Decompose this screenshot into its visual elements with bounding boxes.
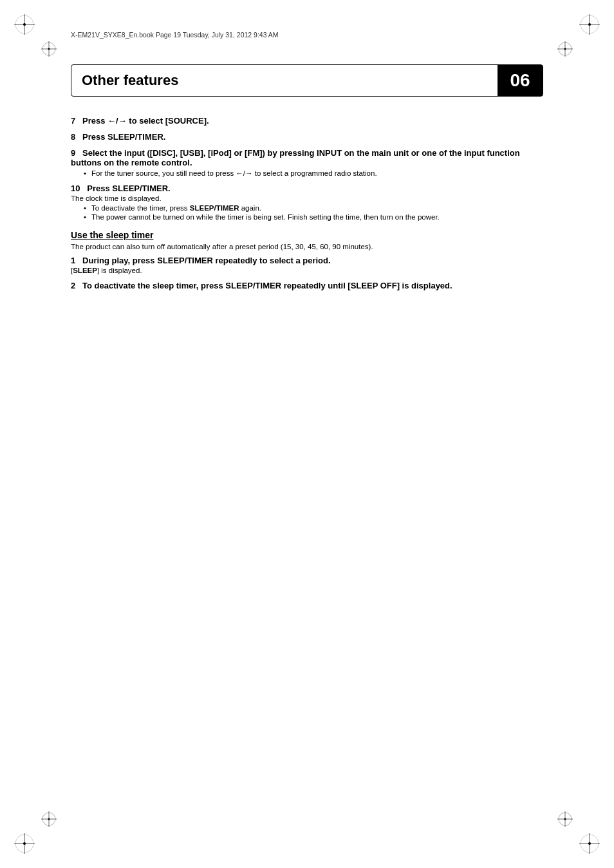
- step-10: 10 Press SLEEP/TIMER. The clock time is …: [71, 184, 543, 221]
- sleep-step-2-number: 2: [71, 281, 75, 290]
- reg-inner-mark-br: [554, 807, 577, 831]
- step-10-bullet-1: To deactivate the timer, press SLEEP/TIM…: [84, 204, 543, 212]
- file-metadata: X-EM21V_SYXE8_En.book Page 19 Tuesday, J…: [71, 31, 279, 39]
- step-8-text: Press SLEEP/TIMER.: [82, 132, 165, 142]
- reg-inner-mark-tl: [37, 37, 60, 61]
- step-10-number: 10: [71, 184, 80, 193]
- sleep-step-1-number: 1: [71, 256, 75, 265]
- step-9-number: 9: [71, 148, 75, 158]
- step-9: 9 Select the input ([DISC], [USB], [iPod…: [71, 148, 543, 177]
- step-10-bullets: To deactivate the timer, press SLEEP/TIM…: [84, 204, 543, 221]
- main-content: Other features 06 7 Press ←/→ to select …: [71, 64, 543, 816]
- step-9-bullet-1: For the tuner source, you still need to …: [84, 169, 543, 177]
- step-7-text: Press ←/→ to select [SOURCE].: [82, 116, 209, 126]
- chapter-title-text: Other features: [82, 72, 178, 89]
- sleep-step-1-text: During play, press SLEEP/TIMER repeatedl…: [82, 256, 331, 265]
- step-7-number: 7: [71, 116, 75, 126]
- chapter-header: Other features 06: [71, 64, 543, 97]
- step-9-text: Select the input ([DISC], [USB], [iPod] …: [71, 148, 520, 167]
- page: X-EM21V_SYXE8_En.book Page 19 Tuesday, J…: [0, 0, 614, 868]
- reg-inner-mark-bl: [37, 807, 60, 831]
- step-10-sub: The clock time is displayed.: [71, 194, 543, 202]
- reg-mark-bl: [13, 832, 36, 855]
- sleep-step-2: 2 To deactivate the sleep timer, press S…: [71, 281, 543, 290]
- step-8: 8 Press SLEEP/TIMER.: [71, 132, 543, 142]
- step-9-bullets: For the tuner source, you still need to …: [84, 169, 543, 177]
- sleep-section-desc: The product can also turn off automatica…: [71, 243, 543, 250]
- step-8-number: 8: [71, 132, 75, 142]
- step-7: 7 Press ←/→ to select [SOURCE].: [71, 116, 543, 126]
- sleep-step-2-text: To deactivate the sleep timer, press SLE…: [82, 281, 452, 290]
- chapter-number-text: 06: [510, 70, 530, 91]
- sleep-step-1: 1 During play, press SLEEP/TIMER repeate…: [71, 256, 543, 274]
- step-10-bullet-2: The power cannot be turned on while the …: [84, 213, 543, 221]
- reg-mark-br: [578, 832, 601, 855]
- reg-inner-mark-tr: [554, 37, 577, 61]
- reg-mark-tr: [578, 13, 601, 36]
- chapter-number: 06: [498, 65, 543, 96]
- sleep-section-heading: Use the sleep timer: [71, 230, 543, 240]
- reg-mark-tl: [13, 13, 36, 36]
- chapter-title: Other features: [71, 65, 498, 96]
- step-10-text: Press SLEEP/TIMER.: [87, 184, 170, 193]
- sleep-step-1-sub: [SLEEP] is displayed.: [71, 267, 543, 274]
